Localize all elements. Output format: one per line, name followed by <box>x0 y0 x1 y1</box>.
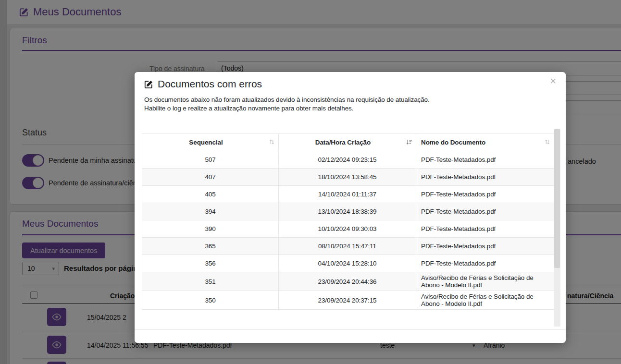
column-data-hora-criacao[interactable]: Data/Hora Criação <box>279 134 416 151</box>
cell-data-hora: 02/12/2024 09:23:15 <box>279 151 416 169</box>
table-row[interactable]: 356 04/10/2024 15:28:10 PDF-Teste-Metada… <box>142 255 554 272</box>
cell-nome-documento: PDF-Teste-Metadados.pdf <box>416 203 554 220</box>
column-sequencial[interactable]: Sequencial <box>142 134 279 151</box>
modal-title: Documentos com erros <box>144 78 262 90</box>
cell-data-hora: 14/10/2024 01:11:37 <box>279 186 416 203</box>
close-icon[interactable]: × <box>550 76 556 86</box>
table-row[interactable]: 390 10/10/2024 09:30:03 PDF-Teste-Metada… <box>142 220 554 238</box>
cell-nome-documento: PDF-Teste-Metadados.pdf <box>416 169 554 186</box>
cell-sequencial: 350 <box>142 291 279 310</box>
cell-sequencial: 356 <box>142 255 279 272</box>
cell-data-hora: 18/10/2024 13:58:45 <box>279 169 416 186</box>
edit-document-icon <box>144 80 153 89</box>
table-row[interactable]: 405 14/10/2024 01:11:37 PDF-Teste-Metada… <box>142 186 554 203</box>
cell-sequencial: 351 <box>142 272 279 291</box>
column-nome-documento[interactable]: Nome do Documento <box>416 134 554 151</box>
cell-data-hora: 23/09/2024 20:44:36 <box>279 272 416 291</box>
cell-nome-documento: PDF-Teste-Metadados.pdf <box>416 238 554 255</box>
cell-sequencial: 365 <box>142 238 279 255</box>
cell-data-hora: 08/10/2024 15:47:11 <box>279 238 416 255</box>
modal-title-text: Documentos com erros <box>158 78 262 90</box>
cell-sequencial: 507 <box>142 151 279 169</box>
table-row[interactable]: 394 13/10/2024 18:38:39 PDF-Teste-Metada… <box>142 203 554 220</box>
table-row[interactable]: 407 18/10/2024 13:58:45 PDF-Teste-Metada… <box>142 169 554 186</box>
table-header-row: Sequencial Data/Hora Criação <box>142 134 554 151</box>
cell-nome-documento: Aviso/Recibo de Férias e Solicitação de … <box>416 272 554 291</box>
modal-description-line2: Habilite o log e realize a atualização n… <box>144 105 353 112</box>
cell-sequencial: 390 <box>142 220 279 238</box>
table-row[interactable]: 351 23/09/2024 20:44:36 Aviso/Recibo de … <box>142 272 554 291</box>
scrollbar-thumb[interactable] <box>554 129 560 268</box>
modal-scrollbar[interactable] <box>554 129 560 327</box>
cell-nome-documento: PDF-Teste-Metadados.pdf <box>416 151 554 169</box>
cell-nome-documento: PDF-Teste-Metadados.pdf <box>416 255 554 272</box>
table-row[interactable]: 350 23/09/2024 20:37:15 Aviso/Recibo de … <box>142 291 554 310</box>
modal-footer <box>135 329 566 343</box>
table-row[interactable]: 365 08/10/2024 15:47:11 PDF-Teste-Metada… <box>142 238 554 255</box>
modal-description-line1: Os documentos abaixo não foram atualizad… <box>144 96 430 103</box>
app-page: Meus Documentos Filtros Tipo de assinatu… <box>0 0 621 364</box>
cell-data-hora: 10/10/2024 09:30:03 <box>279 220 416 238</box>
cell-nome-documento: PDF-Teste-Metadados.pdf <box>416 220 554 238</box>
error-documents-table: Sequencial Data/Hora Criação <box>142 133 554 310</box>
cell-sequencial: 394 <box>142 203 279 220</box>
cell-nome-documento: Aviso/Recibo de Férias e Solicitação de … <box>416 291 554 310</box>
cell-data-hora: 04/10/2024 15:28:10 <box>279 255 416 272</box>
sort-descending-icon <box>406 139 412 146</box>
table-row[interactable]: 507 02/12/2024 09:23:15 PDF-Teste-Metada… <box>142 151 554 169</box>
sort-both-icon <box>269 139 275 146</box>
sort-both-icon <box>544 139 550 146</box>
cell-data-hora: 23/09/2024 20:37:15 <box>279 291 416 310</box>
error-table-body: 507 02/12/2024 09:23:15 PDF-Teste-Metada… <box>142 151 554 310</box>
cell-sequencial: 407 <box>142 169 279 186</box>
error-table-container: Sequencial Data/Hora Criação <box>142 129 554 328</box>
cell-sequencial: 405 <box>142 186 279 203</box>
cell-data-hora: 13/10/2024 18:38:39 <box>279 203 416 220</box>
cell-nome-documento: PDF-Teste-Metadados.pdf <box>416 186 554 203</box>
error-documents-modal: × Documentos com erros Os documentos aba… <box>135 72 566 343</box>
